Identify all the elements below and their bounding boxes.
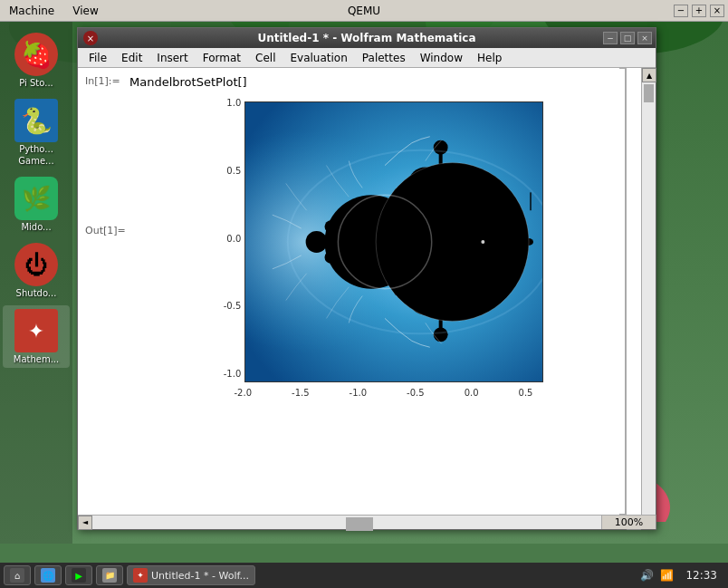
math-minimize-button[interactable]: − bbox=[603, 32, 618, 44]
svg-rect-28 bbox=[530, 192, 532, 210]
python-games-label2: Game... bbox=[18, 156, 53, 166]
math-file-menu[interactable]: File bbox=[81, 50, 114, 66]
math-edit-menu[interactable]: Edit bbox=[114, 50, 149, 66]
qemu-maximize-button[interactable]: + bbox=[692, 5, 706, 17]
python-games-icon: 🐍 bbox=[14, 99, 58, 142]
math-window-menu[interactable]: Window bbox=[413, 50, 470, 66]
cell-out-label: Out[1]= bbox=[85, 225, 126, 236]
math-title: Untitled-1 * - Wolfram Mathematica bbox=[257, 32, 475, 44]
svg-point-31 bbox=[482, 240, 485, 244]
midori-icon: 🌿 bbox=[14, 177, 58, 220]
math-insert-menu[interactable]: Insert bbox=[149, 50, 195, 66]
mathematica-window: × Untitled-1 * - Wolfram Mathematica − □… bbox=[77, 27, 656, 530]
qemu-minimize-button[interactable]: − bbox=[674, 5, 688, 17]
sidebar-item-shutdown[interactable]: ⏻ Shutdo... bbox=[3, 239, 70, 302]
sys-volume-icon[interactable]: 🔊 bbox=[638, 567, 655, 583]
input-cell: In[1]:= MandelbrotSetPlot[] bbox=[85, 75, 634, 89]
taskbar-filemgr-button[interactable]: 📁 bbox=[96, 565, 123, 585]
qemu-machine-menu[interactable]: Machine bbox=[4, 3, 60, 19]
svg-point-11 bbox=[409, 168, 442, 197]
zoom-indicator: 100% bbox=[601, 515, 656, 529]
taskbar-clock: 12:33 bbox=[678, 569, 724, 582]
mandelbrot-plot bbox=[244, 101, 543, 382]
y-label-1: 1.0 bbox=[226, 98, 241, 108]
y-label-4: -0.5 bbox=[224, 301, 242, 311]
svg-point-26 bbox=[388, 261, 396, 268]
mathematica-icon: ✦ bbox=[14, 309, 58, 352]
cell-in-label: In[1]:= bbox=[85, 75, 126, 87]
math-titlebar: × Untitled-1 * - Wolfram Mathematica − □… bbox=[78, 28, 656, 48]
math-format-menu[interactable]: Format bbox=[196, 50, 248, 66]
bottom-scrollbar: ◄ ► bbox=[78, 515, 641, 529]
taskbar-home-button[interactable]: ⌂ bbox=[4, 565, 31, 585]
python-games-label: Pytho... bbox=[19, 144, 53, 154]
y-label-5: -1.0 bbox=[224, 369, 242, 379]
right-scrollbar: ▲ ▼ bbox=[641, 68, 656, 529]
taskbar-app-label: Untitled-1 * - Wolf... bbox=[151, 570, 249, 582]
svg-point-18 bbox=[439, 215, 520, 269]
x-label-4: -0.5 bbox=[407, 388, 425, 398]
qemu-window-controls: − + × bbox=[674, 5, 724, 17]
sidebar: 🍓 Pi Sto... 🐍 Pytho... Game... 🌿 Mido...… bbox=[0, 22, 72, 544]
math-main: In[1]:= MandelbrotSetPlot[] Out[1]= bbox=[78, 68, 641, 529]
x-label-6: 0.5 bbox=[519, 388, 533, 398]
y-label-2: 0.5 bbox=[226, 166, 241, 176]
cell-in-content[interactable]: MandelbrotSetPlot[] bbox=[129, 75, 247, 89]
mathematica-label: Mathem... bbox=[14, 354, 59, 364]
math-evaluation-menu[interactable]: Evaluation bbox=[283, 50, 355, 66]
shutdown-icon: ⏻ bbox=[14, 243, 58, 286]
math-cell-menu[interactable]: Cell bbox=[248, 50, 283, 66]
desktop: Machine View QEMU − + × 🍓 Pi Sto... 🐍 Py… bbox=[0, 0, 728, 544]
svg-point-25 bbox=[388, 216, 396, 223]
qemu-menubar: Machine View QEMU − + × bbox=[0, 0, 728, 22]
math-palettes-menu[interactable]: Palettes bbox=[355, 50, 413, 66]
taskbar-terminal-button[interactable]: ▶ bbox=[65, 565, 92, 585]
taskbar-mathematica-button[interactable]: ✦ Untitled-1 * - Wolf... bbox=[127, 565, 255, 585]
math-help-menu[interactable]: Help bbox=[470, 50, 509, 66]
svg-point-17 bbox=[306, 231, 328, 253]
sys-network-icon[interactable]: 📶 bbox=[658, 567, 675, 583]
scroll-track-right[interactable] bbox=[642, 82, 656, 515]
scroll-left-button[interactable]: ◄ bbox=[78, 516, 92, 530]
math-menubar: File Edit Insert Format Cell Evaluation … bbox=[78, 48, 656, 68]
qemu-menu: Machine View bbox=[0, 3, 104, 19]
sidebar-item-mathematica[interactable]: ✦ Mathem... bbox=[3, 305, 70, 368]
svg-point-16 bbox=[325, 251, 338, 264]
taskbar-sys-icons: 🔊 📶 bbox=[638, 567, 675, 583]
math-close-x-button[interactable]: × bbox=[637, 32, 652, 44]
svg-point-22 bbox=[434, 327, 448, 342]
x-label-5: 0.0 bbox=[465, 388, 479, 398]
y-label-3: 0.0 bbox=[226, 234, 241, 244]
svg-point-14 bbox=[376, 268, 394, 286]
shutdown-label: Shutdo... bbox=[16, 288, 57, 298]
math-maximize-button[interactable]: □ bbox=[620, 32, 635, 44]
svg-point-13 bbox=[376, 198, 394, 216]
math-title-controls: − □ × bbox=[603, 32, 652, 44]
x-label-1: -2.0 bbox=[235, 388, 253, 398]
math-close-button[interactable]: × bbox=[83, 31, 98, 45]
output-cell: Out[1]= 1.0 0.5 0.0 bbox=[85, 98, 634, 398]
x-label-3: -1.0 bbox=[350, 388, 368, 398]
pi-store-icon: 🍓 bbox=[14, 33, 58, 76]
taskbar: ⌂ 🌐 ▶ 📁 ✦ Untitled-1 * - Wolf... 🔊 📶 12:… bbox=[0, 563, 728, 588]
svg-point-15 bbox=[325, 220, 338, 233]
sidebar-item-python-games[interactable]: 🐍 Pytho... Game... bbox=[3, 95, 70, 169]
qemu-view-menu[interactable]: View bbox=[67, 3, 103, 19]
sidebar-item-midori[interactable]: 🌿 Mido... bbox=[3, 173, 70, 236]
math-content: In[1]:= MandelbrotSetPlot[] Out[1]= bbox=[78, 68, 656, 529]
taskbar-files-button[interactable]: 🌐 bbox=[34, 565, 62, 585]
pi-store-label: Pi Sto... bbox=[19, 78, 53, 88]
scroll-up-button[interactable]: ▲ bbox=[642, 68, 656, 82]
scroll-track-bottom[interactable] bbox=[92, 516, 627, 529]
qemu-close-button[interactable]: × bbox=[710, 5, 724, 17]
sidebar-item-pi-store[interactable]: 🍓 Pi Sto... bbox=[3, 29, 70, 92]
midori-label: Mido... bbox=[21, 222, 51, 232]
x-label-2: -1.5 bbox=[292, 388, 310, 398]
qemu-title: QEMU bbox=[348, 5, 380, 17]
